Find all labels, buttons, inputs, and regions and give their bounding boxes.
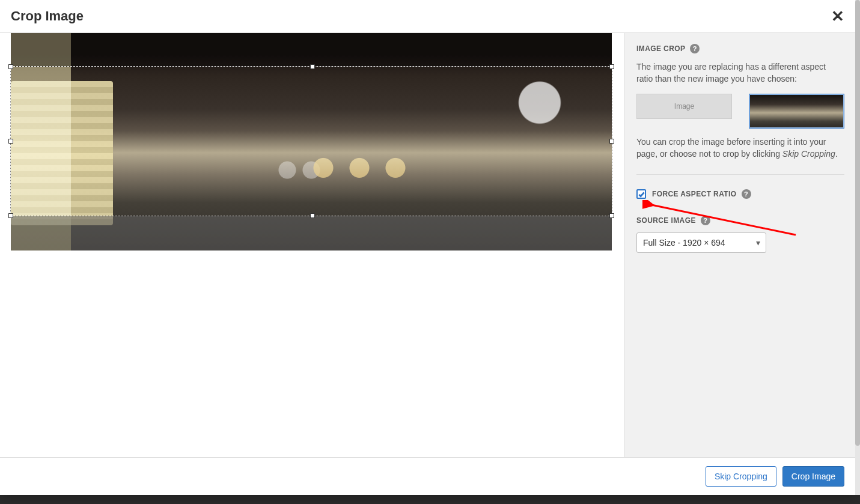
sidebar: IMAGE CROP ? The image you are replacing… (624, 33, 855, 457)
force-aspect-ratio-row: FORCE ASPECT RATIO ? (636, 189, 844, 199)
force-aspect-ratio-checkbox[interactable] (636, 189, 646, 199)
force-aspect-ratio-label: FORCE ASPECT RATIO (652, 190, 737, 198)
crop-handle-sw[interactable] (8, 213, 13, 218)
crop-image-modal: Crop Image ✕ IMAGE CROP (0, 0, 855, 495)
crop-selection[interactable] (11, 67, 612, 216)
source-image-select[interactable]: Full Size - 1920 × 694 (636, 232, 766, 253)
aspect-thumbnails: Image (636, 94, 844, 129)
crop-image-button[interactable]: Crop Image (782, 466, 844, 487)
crop-stage[interactable] (0, 33, 624, 457)
source-photo (11, 33, 612, 250)
image-crop-description-1: The image you are replacing has a differ… (636, 61, 844, 85)
section-source-image: SOURCE IMAGE ? (636, 216, 844, 225)
modal-body: IMAGE CROP ? The image you are replacing… (0, 33, 855, 457)
section-image-crop: IMAGE CROP ? (636, 44, 844, 53)
help-icon[interactable]: ? (701, 216, 710, 225)
thumb-placeholder-label: Image (674, 102, 694, 111)
help-icon[interactable]: ? (690, 44, 700, 53)
crop-handle-e[interactable] (609, 139, 614, 144)
new-aspect-thumb (749, 94, 844, 129)
scrollbar-thumb[interactable] (855, 0, 860, 446)
crop-handle-nw[interactable] (8, 64, 13, 69)
crop-handle-w[interactable] (8, 139, 13, 144)
crop-handle-se[interactable] (609, 213, 614, 218)
scrollbar[interactable] (855, 0, 860, 495)
source-image-select-wrap: Full Size - 1920 × 694 ▾ (636, 232, 766, 253)
crop-handle-s[interactable] (310, 213, 315, 218)
divider (636, 174, 844, 175)
crop-handle-ne[interactable] (609, 64, 614, 69)
modal-header: Crop Image ✕ (0, 0, 855, 33)
modal-footer: Skip Cropping Crop Image (0, 457, 855, 495)
image-crop-description-2: You can crop the image before inserting … (636, 136, 844, 160)
modal-title: Crop Image (11, 8, 84, 24)
original-aspect-thumb: Image (636, 94, 732, 119)
help-icon[interactable]: ? (742, 189, 751, 199)
skip-cropping-button[interactable]: Skip Cropping (706, 466, 776, 487)
close-icon[interactable]: ✕ (831, 8, 844, 24)
image-crop-label: IMAGE CROP (636, 44, 685, 53)
crop-handle-n[interactable] (310, 64, 315, 69)
source-image-label: SOURCE IMAGE (636, 216, 696, 225)
